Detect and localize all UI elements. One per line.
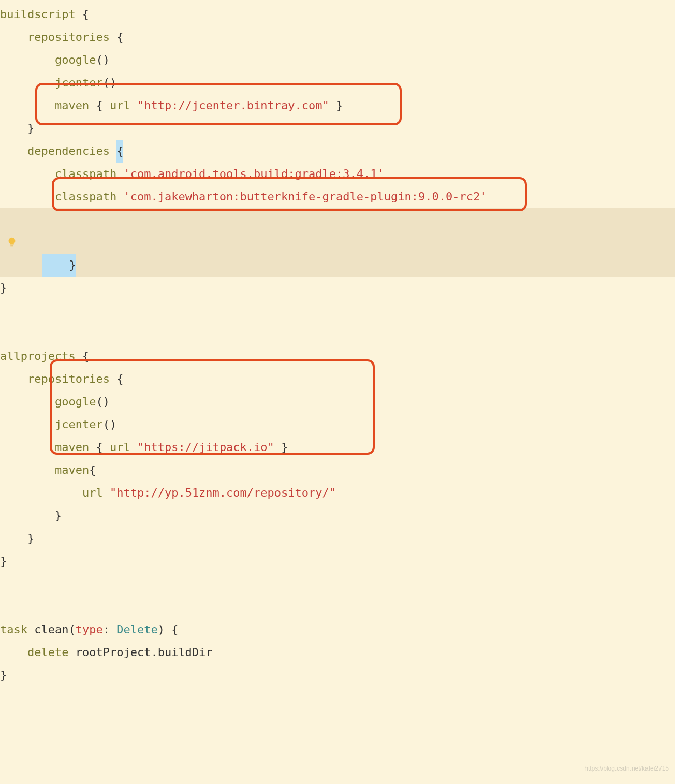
code-line-empty[interactable] (0, 299, 675, 322)
code-line[interactable]: allprojects { (0, 345, 675, 368)
code-line[interactable]: task clean(type: Delete) { (0, 618, 675, 641)
brace: { (76, 8, 90, 21)
colon: : (103, 623, 110, 636)
code-line-active[interactable]: } (0, 208, 675, 277)
code-line-empty[interactable] (0, 596, 675, 618)
brace-highlighted: { (116, 140, 123, 163)
keyword-dependencies: dependencies (0, 144, 110, 157)
code-line[interactable]: } (0, 117, 675, 140)
code-line[interactable]: } (0, 504, 675, 527)
paren: ) (158, 623, 165, 636)
code-line-empty[interactable] (0, 322, 675, 345)
brace: { (165, 623, 179, 636)
string-literal: "https://jitpack.io" (137, 441, 274, 454)
class-delete: Delete (116, 623, 157, 636)
parens: () (96, 395, 110, 408)
code-line[interactable]: repositories { (0, 26, 675, 49)
brace: } (0, 509, 62, 522)
brace: { (110, 31, 124, 43)
string-literal: "http://jcenter.bintray.com" (137, 99, 329, 112)
keyword-allprojects: allprojects (0, 350, 76, 362)
brace: { (89, 441, 110, 454)
space (103, 486, 110, 499)
parens: () (103, 76, 117, 89)
code-line[interactable]: maven { url "https://jitpack.io" } (0, 436, 675, 459)
lightbulb-icon[interactable] (6, 237, 18, 248)
code-line[interactable]: classpath 'com.jakewharton:butterknife-g… (0, 185, 675, 208)
brace: { (110, 372, 124, 385)
fn-jcenter: jcenter (0, 76, 103, 89)
fn-maven: maven (0, 441, 89, 454)
parens: () (96, 53, 110, 66)
code-line[interactable]: classpath 'com.android.tools.build:gradl… (0, 163, 675, 185)
brace: } (329, 99, 343, 112)
brace-highlighted: } (42, 254, 76, 277)
keyword-task: task (0, 623, 27, 636)
code-line[interactable]: url "http://yp.51znm.com/repository/" (0, 482, 675, 504)
space (130, 99, 137, 112)
code-line[interactable]: jcenter() (0, 71, 675, 94)
code-line[interactable]: dependencies { (0, 140, 675, 163)
code-line[interactable]: } (0, 527, 675, 550)
fn-url: url (110, 99, 130, 112)
task-name: clean (27, 623, 68, 636)
keyword-repositories: repositories (0, 372, 110, 385)
code-line[interactable]: maven{ (0, 459, 675, 482)
brace: } (0, 122, 34, 135)
code-line[interactable]: } (0, 550, 675, 573)
code-line[interactable]: maven { url "http://jcenter.bintray.com"… (0, 94, 675, 117)
keyword-repositories: repositories (0, 31, 110, 43)
space (116, 167, 123, 180)
fn-classpath: classpath (0, 190, 116, 203)
brace: { (76, 350, 90, 362)
code-line[interactable]: google() (0, 49, 675, 71)
fn-google: google (0, 53, 96, 66)
keyword-buildscript: buildscript (0, 8, 76, 21)
fn-classpath: classpath (0, 167, 116, 180)
code-line[interactable]: delete rootProject.buildDir (0, 641, 675, 664)
paren: ( (68, 623, 75, 636)
brace: } (274, 441, 288, 454)
fn-url: url (0, 486, 103, 499)
code-line[interactable]: jcenter() (0, 413, 675, 436)
brace: } (0, 555, 7, 568)
space (110, 623, 116, 636)
brace: } (0, 532, 34, 545)
brace: { (89, 99, 110, 112)
fn-google: google (0, 395, 96, 408)
brace: { (89, 463, 96, 476)
string-literal: 'com.jakewharton:butterknife-gradle-plug… (123, 190, 487, 203)
code-line[interactable]: buildscript { (0, 3, 675, 26)
expr: rootProject.buildDir (68, 646, 212, 659)
code-line[interactable]: repositories { (0, 368, 675, 390)
code-line[interactable]: } (0, 277, 675, 299)
fn-jcenter: jcenter (0, 418, 103, 431)
parens: () (103, 418, 117, 431)
fn-maven: maven (0, 463, 89, 476)
code-line[interactable]: google() (0, 390, 675, 413)
string-literal: "http://yp.51znm.com/repository/" (110, 486, 336, 499)
fn-maven: maven (0, 99, 89, 112)
code-line-empty[interactable] (0, 573, 675, 596)
param-type: type (76, 623, 103, 636)
brace: } (0, 281, 7, 294)
fn-url: url (110, 441, 130, 454)
space (110, 144, 116, 157)
brace: } (0, 669, 7, 681)
string-literal: 'com.android.tools.build:gradle:3.4.1' (123, 167, 384, 180)
space (130, 441, 137, 454)
keyword-delete: delete (0, 646, 68, 659)
code-line[interactable]: } (0, 664, 675, 687)
code-editor[interactable]: buildscript { repositories { google() jc… (0, 0, 675, 687)
space (116, 190, 123, 203)
